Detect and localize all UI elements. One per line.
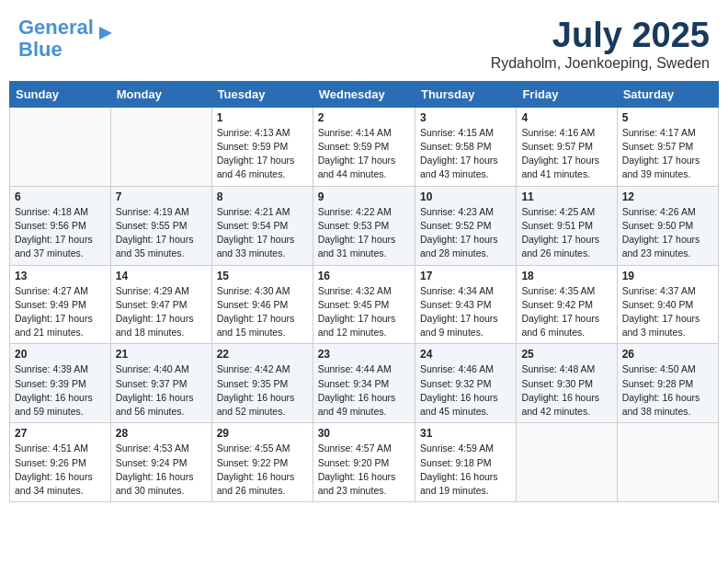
day-number: 25 <box>521 348 611 361</box>
day-number: 4 <box>521 111 611 124</box>
day-cell: 21Sunrise: 4:40 AM Sunset: 9:37 PM Dayli… <box>110 344 211 423</box>
day-info: Sunrise: 4:16 AM Sunset: 9:57 PM Dayligh… <box>521 126 611 182</box>
day-info: Sunrise: 4:14 AM Sunset: 9:59 PM Dayligh… <box>318 126 410 182</box>
day-cell: 27Sunrise: 4:51 AM Sunset: 9:26 PM Dayli… <box>10 423 111 502</box>
day-number: 14 <box>116 270 207 282</box>
location: Rydaholm, Joenkoeping, Sweden <box>491 55 710 72</box>
day-number: 26 <box>622 348 713 361</box>
day-number: 20 <box>15 348 106 361</box>
day-info: Sunrise: 4:46 AM Sunset: 9:32 PM Dayligh… <box>420 362 511 419</box>
day-cell: 11Sunrise: 4:25 AM Sunset: 9:51 PM Dayli… <box>517 186 617 265</box>
day-number: 5 <box>622 111 713 124</box>
day-info: Sunrise: 4:51 AM Sunset: 9:26 PM Dayligh… <box>15 442 106 498</box>
day-cell: 17Sunrise: 4:34 AM Sunset: 9:43 PM Dayli… <box>415 265 516 344</box>
day-info: Sunrise: 4:59 AM Sunset: 9:18 PM Dayligh… <box>420 442 511 498</box>
day-info: Sunrise: 4:17 AM Sunset: 9:57 PM Dayligh… <box>622 126 713 182</box>
day-info: Sunrise: 4:29 AM Sunset: 9:47 PM Dayligh… <box>116 284 207 340</box>
day-number: 8 <box>217 190 308 203</box>
week-row-1: 1Sunrise: 4:13 AM Sunset: 9:59 PM Daylig… <box>10 107 719 186</box>
day-cell: 18Sunrise: 4:35 AM Sunset: 9:42 PM Dayli… <box>517 265 617 344</box>
week-row-3: 13Sunrise: 4:27 AM Sunset: 9:49 PM Dayli… <box>10 265 719 344</box>
day-number: 27 <box>15 427 106 440</box>
day-cell: 14Sunrise: 4:29 AM Sunset: 9:47 PM Dayli… <box>110 265 211 344</box>
weekday-header-thursday: Thursday <box>415 81 516 107</box>
day-info: Sunrise: 4:15 AM Sunset: 9:58 PM Dayligh… <box>420 126 511 182</box>
svg-marker-0 <box>99 27 112 40</box>
day-info: Sunrise: 4:34 AM Sunset: 9:43 PM Dayligh… <box>420 284 511 340</box>
day-number: 12 <box>622 190 713 203</box>
day-cell: 26Sunrise: 4:50 AM Sunset: 9:28 PM Dayli… <box>617 344 718 423</box>
weekday-header-tuesday: Tuesday <box>211 81 313 107</box>
day-number: 19 <box>622 270 713 282</box>
day-info: Sunrise: 4:22 AM Sunset: 9:53 PM Dayligh… <box>318 205 410 261</box>
day-number: 15 <box>217 270 308 282</box>
day-info: Sunrise: 4:57 AM Sunset: 9:20 PM Dayligh… <box>318 442 410 498</box>
day-info: Sunrise: 4:40 AM Sunset: 9:37 PM Dayligh… <box>116 362 207 419</box>
day-number: 18 <box>521 270 611 282</box>
day-number: 30 <box>318 427 410 440</box>
day-info: Sunrise: 4:21 AM Sunset: 9:54 PM Dayligh… <box>217 205 308 261</box>
header: General Blue July 2025 Rydaholm, Joenkoe… <box>9 9 719 75</box>
day-cell: 1Sunrise: 4:13 AM Sunset: 9:59 PM Daylig… <box>211 107 313 186</box>
day-cell: 6Sunrise: 4:18 AM Sunset: 9:56 PM Daylig… <box>10 186 111 265</box>
logo: General Blue <box>18 17 116 61</box>
day-cell: 10Sunrise: 4:23 AM Sunset: 9:52 PM Dayli… <box>415 186 516 265</box>
day-cell: 8Sunrise: 4:21 AM Sunset: 9:54 PM Daylig… <box>211 186 313 265</box>
day-number: 29 <box>217 427 308 440</box>
day-number: 13 <box>15 270 106 282</box>
day-cell <box>110 107 211 186</box>
day-info: Sunrise: 4:25 AM Sunset: 9:51 PM Dayligh… <box>521 205 611 261</box>
day-cell: 29Sunrise: 4:55 AM Sunset: 9:22 PM Dayli… <box>211 423 313 502</box>
day-number: 2 <box>318 111 410 124</box>
day-cell: 4Sunrise: 4:16 AM Sunset: 9:57 PM Daylig… <box>517 107 617 186</box>
day-info: Sunrise: 4:13 AM Sunset: 9:59 PM Dayligh… <box>217 126 308 182</box>
weekday-header-sunday: Sunday <box>10 81 111 107</box>
day-cell: 22Sunrise: 4:42 AM Sunset: 9:35 PM Dayli… <box>211 344 313 423</box>
day-number: 3 <box>420 111 511 124</box>
day-number: 17 <box>420 270 511 282</box>
day-info: Sunrise: 4:53 AM Sunset: 9:24 PM Dayligh… <box>116 442 207 498</box>
title-block: July 2025 Rydaholm, Joenkoeping, Sweden <box>491 17 710 72</box>
day-number: 21 <box>116 348 207 361</box>
day-cell: 15Sunrise: 4:30 AM Sunset: 9:46 PM Dayli… <box>211 265 313 344</box>
day-info: Sunrise: 4:50 AM Sunset: 9:28 PM Dayligh… <box>622 362 713 419</box>
day-cell: 12Sunrise: 4:26 AM Sunset: 9:50 PM Dayli… <box>617 186 718 265</box>
day-info: Sunrise: 4:30 AM Sunset: 9:46 PM Dayligh… <box>217 284 308 340</box>
day-info: Sunrise: 4:35 AM Sunset: 9:42 PM Dayligh… <box>521 284 611 340</box>
day-cell: 28Sunrise: 4:53 AM Sunset: 9:24 PM Dayli… <box>110 423 211 502</box>
day-number: 23 <box>318 348 410 361</box>
day-info: Sunrise: 4:37 AM Sunset: 9:40 PM Dayligh… <box>622 284 713 340</box>
day-number: 1 <box>217 111 308 124</box>
day-cell: 5Sunrise: 4:17 AM Sunset: 9:57 PM Daylig… <box>617 107 718 186</box>
day-cell <box>617 423 718 502</box>
weekday-header-wednesday: Wednesday <box>313 81 415 107</box>
day-number: 11 <box>521 190 611 203</box>
day-cell: 19Sunrise: 4:37 AM Sunset: 9:40 PM Dayli… <box>617 265 718 344</box>
weekday-header-row: SundayMondayTuesdayWednesdayThursdayFrid… <box>10 81 719 107</box>
day-number: 10 <box>420 190 511 203</box>
day-cell: 13Sunrise: 4:27 AM Sunset: 9:49 PM Dayli… <box>10 265 111 344</box>
day-info: Sunrise: 4:48 AM Sunset: 9:30 PM Dayligh… <box>521 362 611 419</box>
calendar-table: SundayMondayTuesdayWednesdayThursdayFrid… <box>9 81 719 502</box>
day-info: Sunrise: 4:42 AM Sunset: 9:35 PM Dayligh… <box>217 362 308 419</box>
day-number: 6 <box>15 190 106 203</box>
day-number: 31 <box>420 427 511 440</box>
day-cell: 31Sunrise: 4:59 AM Sunset: 9:18 PM Dayli… <box>415 423 516 502</box>
day-number: 28 <box>116 427 207 440</box>
day-info: Sunrise: 4:55 AM Sunset: 9:22 PM Dayligh… <box>217 442 308 498</box>
week-row-4: 20Sunrise: 4:39 AM Sunset: 9:39 PM Dayli… <box>10 344 719 423</box>
day-cell: 23Sunrise: 4:44 AM Sunset: 9:34 PM Dayli… <box>313 344 415 423</box>
logo-text: General Blue <box>18 17 94 61</box>
day-number: 9 <box>318 190 410 203</box>
day-cell: 24Sunrise: 4:46 AM Sunset: 9:32 PM Dayli… <box>415 344 516 423</box>
day-cell <box>10 107 111 186</box>
day-cell: 20Sunrise: 4:39 AM Sunset: 9:39 PM Dayli… <box>10 344 111 423</box>
day-cell: 30Sunrise: 4:57 AM Sunset: 9:20 PM Dayli… <box>313 423 415 502</box>
day-cell: 2Sunrise: 4:14 AM Sunset: 9:59 PM Daylig… <box>313 107 415 186</box>
day-info: Sunrise: 4:19 AM Sunset: 9:55 PM Dayligh… <box>116 205 207 261</box>
day-cell: 25Sunrise: 4:48 AM Sunset: 9:30 PM Dayli… <box>517 344 617 423</box>
day-info: Sunrise: 4:32 AM Sunset: 9:45 PM Dayligh… <box>318 284 410 340</box>
day-info: Sunrise: 4:27 AM Sunset: 9:49 PM Dayligh… <box>15 284 106 340</box>
logo-arrow-icon <box>96 23 116 43</box>
day-number: 7 <box>116 190 207 203</box>
